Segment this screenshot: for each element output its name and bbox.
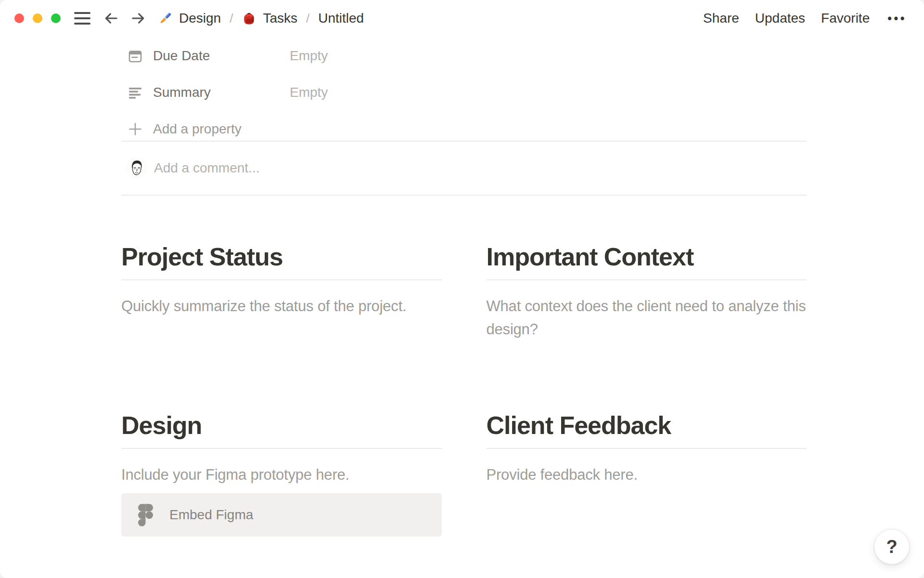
property-label: Due Date [153,48,290,64]
plus-icon [128,122,142,136]
property-row-due-date[interactable]: Due Date Empty [121,44,807,67]
sidebar-menu-icon[interactable] [74,12,90,25]
breadcrumb-label: Tasks [263,11,297,26]
page-content: Due Date Empty Summary Empty [0,37,924,556]
divider [121,279,442,280]
backpack-icon [242,11,257,26]
comment-input[interactable]: Add a comment... [154,160,807,176]
property-value[interactable]: Empty [290,85,328,100]
back-arrow-icon[interactable] [103,10,119,26]
properties-list: Due Date Empty Summary Empty [121,44,807,141]
property-row-summary[interactable]: Summary Empty [121,81,807,104]
calendar-icon [128,49,142,63]
forward-arrow-icon[interactable] [130,10,146,26]
updates-button[interactable]: Updates [755,11,805,26]
section-body-text[interactable]: Provide feedback here. [487,463,807,486]
text-lines-icon [128,85,142,100]
section-title[interactable]: Important Context [487,242,807,271]
divider [121,195,807,196]
close-button[interactable] [14,13,24,23]
section-title[interactable]: Client Feedback [487,411,807,440]
breadcrumb-item-untitled[interactable]: Untitled [318,11,364,26]
divider [487,448,807,449]
minimize-button[interactable] [33,13,42,23]
breadcrumb-label: Design [179,11,221,26]
section-title[interactable]: Design [121,411,442,440]
zoom-button[interactable] [51,13,61,23]
paintbrush-icon [158,11,173,26]
history-navigation [103,10,146,26]
breadcrumb-separator: / [230,11,233,26]
add-property-button[interactable]: Add a property [121,118,807,141]
traffic-lights [14,13,61,23]
divider [121,448,442,449]
topbar-actions: Share Updates Favorite ••• [703,11,907,26]
more-options-icon[interactable]: ••• [886,12,907,26]
breadcrumb-item-tasks[interactable]: Tasks [242,11,297,26]
embed-figma-label: Embed Figma [169,507,253,523]
user-avatar [127,158,147,178]
section-project-status: Project Status Quickly summarize the sta… [121,242,442,341]
comment-section: Add a comment... [121,142,807,195]
property-label: Summary [153,85,290,100]
add-property-label: Add a property [153,121,242,137]
help-button[interactable]: ? [874,529,910,565]
section-important-context: Important Context What context does the … [487,242,807,341]
share-button[interactable]: Share [703,11,739,26]
breadcrumb: Design / Tasks / Untitled [158,11,364,26]
favorite-button[interactable]: Favorite [821,11,870,26]
section-body-text[interactable]: What context does the client need to ana… [487,295,807,341]
section-client-feedback: Client Feedback Provide feedback here. [487,411,807,537]
title-bar: Design / Tasks / Untitled [0,0,924,37]
divider [487,279,807,280]
section-title[interactable]: Project Status [121,242,442,271]
property-value[interactable]: Empty [290,48,328,64]
breadcrumb-item-design[interactable]: Design [158,11,221,26]
section-design: Design Include your Figma prototype here… [121,411,442,537]
section-body-text[interactable]: Include your Figma prototype here. [121,463,442,486]
breadcrumb-label: Untitled [318,11,364,26]
notion-window: Design / Tasks / Untitled [0,0,924,578]
sections-grid: Project Status Quickly summarize the sta… [121,242,807,556]
embed-figma-button[interactable]: Embed Figma [121,493,442,537]
section-body-text[interactable]: Quickly summarize the status of the proj… [121,295,442,318]
breadcrumb-separator: / [306,11,309,26]
figma-icon [138,504,153,526]
